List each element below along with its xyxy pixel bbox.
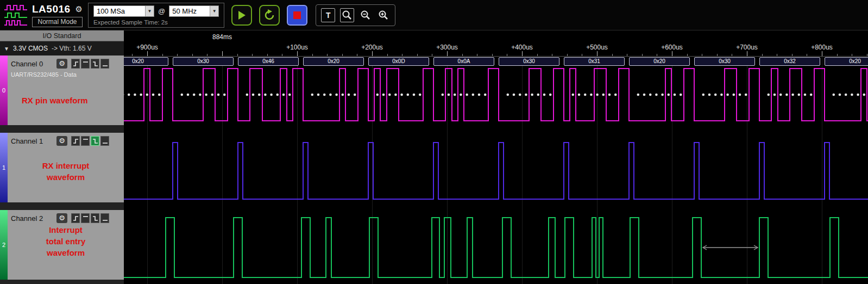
tick-mark — [387, 54, 388, 56]
tick-mark — [402, 54, 402, 56]
channel1-panel: 1 Channel 1 ⚙ RX interrupt waveform — [0, 133, 124, 202]
channel0-decoder-label: UART/RS232/485 - Data — [11, 71, 121, 78]
sidebar: I/O Standard ▼ 3.3V CMOS -> Vth: 1.65 V … — [0, 30, 124, 284]
io-standard-value: 3.3V CMOS — [13, 45, 48, 52]
channel0-trigger-low-button[interactable] — [100, 59, 109, 69]
repeat-capture-button[interactable] — [259, 5, 280, 26]
sample-rate-select[interactable]: 50 MHz ▼ — [169, 5, 219, 17]
timeline-tick-label: +200us — [361, 44, 383, 51]
channel0-name[interactable]: Channel 0 — [11, 60, 54, 68]
tick-mark — [177, 54, 178, 56]
tick-mark — [267, 54, 268, 56]
channel0-trigger-falling-button[interactable] — [91, 59, 99, 69]
high-level-icon — [83, 138, 89, 144]
tick-mark — [747, 51, 747, 56]
channel0-panel: 0 Channel 0 ⚙ UART/RS232/485 - Data — [0, 55, 124, 125]
waveform-area[interactable]: 884ms +900us+100us+200us+300us+400us+500… — [124, 30, 868, 284]
tick-mark — [372, 51, 373, 56]
tick-mark — [477, 54, 477, 56]
channel2-trigger-rising-button[interactable] — [71, 213, 80, 223]
stop-capture-button[interactable] — [287, 5, 307, 26]
start-capture-button[interactable] — [231, 5, 252, 26]
tick-mark — [732, 54, 732, 56]
tick-mark — [462, 54, 463, 56]
channel0-number: 0 — [0, 87, 8, 94]
channel2-number: 2 — [0, 242, 8, 248]
measurement-arrow — [703, 245, 758, 250]
channel2-trigger-high-button[interactable] — [81, 213, 90, 223]
zoom-out-icon — [360, 10, 371, 21]
channel1-name[interactable]: Channel 1 — [11, 137, 54, 145]
channel0-waveform[interactable] — [124, 55, 868, 125]
t-label: T — [326, 11, 331, 20]
tick-mark — [162, 54, 163, 56]
mode-label: Normal Mode — [32, 17, 83, 27]
io-standard-setting[interactable]: ▼ 3.3V CMOS -> Vth: 1.65 V — [0, 41, 124, 55]
sample-depth-select[interactable]: 100 MSa ▼ — [93, 5, 154, 17]
channel-divider — [0, 202, 124, 210]
channel1-trigger-falling-button[interactable] — [91, 136, 99, 146]
tick-mark — [297, 51, 298, 56]
zoom-in-button[interactable] — [377, 8, 390, 22]
expected-sample-time: Expected Sample Time: 2s — [93, 19, 219, 26]
timeline-tick-label: +600us — [661, 44, 683, 51]
channel1-waveform[interactable] — [124, 133, 868, 202]
channel-divider — [0, 280, 124, 284]
channel0-trigger-high-button[interactable] — [81, 59, 90, 69]
zoom-select-button[interactable] — [340, 8, 354, 22]
channel1-number: 1 — [0, 164, 8, 171]
stop-icon — [293, 11, 301, 19]
timeline-tick-label: +700us — [736, 44, 758, 51]
channel2-color-strip[interactable]: 2 — [0, 210, 8, 280]
tick-mark — [237, 54, 238, 56]
channel1-trigger-rising-button[interactable] — [71, 136, 80, 146]
io-vth-value: -> Vth: 1.65 V — [52, 45, 92, 52]
tick-mark — [522, 51, 523, 56]
channel2-trigger-falling-button[interactable] — [91, 213, 99, 223]
tick-mark — [312, 54, 313, 56]
channel1-color-strip[interactable]: 1 — [0, 133, 8, 202]
tick-mark — [192, 54, 193, 56]
falling-edge-icon — [92, 138, 98, 144]
channel2-name[interactable]: Channel 2 — [11, 214, 54, 223]
tick-mark — [417, 54, 418, 56]
zoom-in-icon — [378, 10, 389, 21]
channel1-settings-gear-icon[interactable]: ⚙ — [56, 136, 67, 146]
tick-mark — [702, 54, 702, 56]
channel-divider — [0, 125, 124, 133]
dropdown-arrow-icon[interactable]: ▼ — [210, 6, 218, 16]
tick-mark — [222, 51, 223, 56]
channel1-trigger-low-button[interactable] — [100, 136, 109, 146]
io-standard-header: I/O Standard — [0, 30, 124, 41]
tick-mark — [627, 54, 627, 56]
channel2-settings-gear-icon[interactable]: ⚙ — [56, 213, 67, 223]
tick-mark — [327, 54, 328, 56]
channel2-waveform[interactable] — [124, 210, 868, 280]
channel0-trigger-rising-button[interactable] — [71, 59, 80, 69]
device-group: LA5016 ⚙ Normal Mode — [32, 3, 83, 27]
rising-edge-icon — [73, 138, 79, 144]
collapse-arrow-icon[interactable]: ▼ — [4, 46, 9, 52]
channel0-color-strip[interactable]: 0 — [0, 55, 8, 125]
tick-mark — [597, 51, 597, 56]
channel0-annotation: RX pin waveform — [22, 95, 88, 106]
app-logo-icon — [3, 4, 28, 27]
toolbar: LA5016 ⚙ Normal Mode 100 MSa ▼ @ 50 MHz … — [0, 0, 868, 30]
channel0-settings-gear-icon[interactable]: ⚙ — [56, 59, 67, 69]
dropdown-arrow-icon[interactable]: ▼ — [145, 6, 154, 16]
trigger-cursor-button[interactable]: T — [321, 8, 335, 22]
tick-mark — [252, 54, 253, 56]
tick-mark — [657, 54, 657, 56]
timeline-ruler[interactable]: 884ms +900us+100us+200us+300us+400us+500… — [124, 30, 868, 57]
tick-mark — [132, 54, 133, 56]
rising-edge-icon — [73, 215, 79, 221]
tick-mark — [537, 54, 538, 56]
channel1-trigger-high-button[interactable] — [81, 136, 90, 146]
device-settings-gear-icon[interactable]: ⚙ — [76, 4, 83, 14]
zoom-out-button[interactable] — [359, 8, 372, 22]
sample-rate-value: 50 MHz — [169, 7, 210, 15]
loop-icon — [263, 9, 276, 22]
tick-mark — [867, 54, 867, 56]
channel2-trigger-low-button[interactable] — [100, 213, 109, 223]
timeline-tick-label: +900us — [136, 44, 158, 51]
